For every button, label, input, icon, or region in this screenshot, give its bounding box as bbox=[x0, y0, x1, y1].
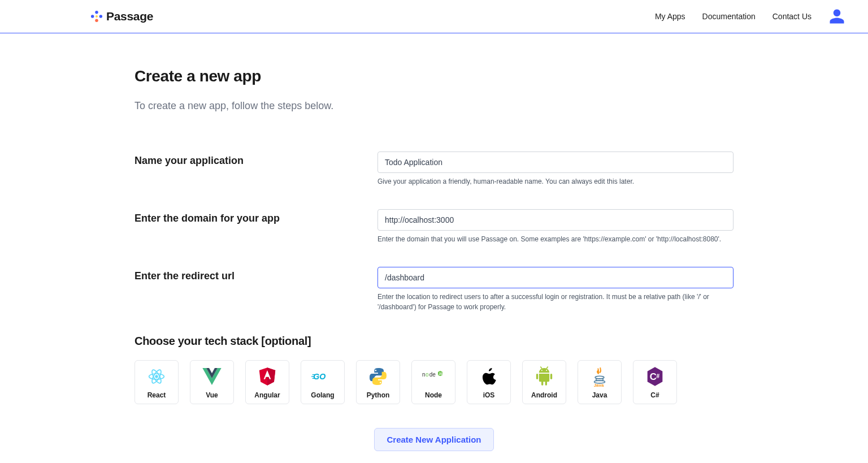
tech-csharp[interactable]: C # C# bbox=[633, 360, 677, 404]
tech-angular[interactable]: Angular bbox=[245, 360, 289, 404]
field-redirect: Enter the redirect url Enter the locatio… bbox=[134, 267, 734, 312]
csharp-icon: C # bbox=[644, 365, 666, 388]
tech-label: iOS bbox=[483, 391, 495, 399]
svg-rect-23 bbox=[536, 374, 538, 379]
tech-vue[interactable]: Vue bbox=[190, 360, 234, 404]
android-icon bbox=[533, 365, 555, 388]
svg-point-13 bbox=[375, 370, 377, 371]
tech-android[interactable]: Android bbox=[522, 360, 566, 404]
tech-label: Java bbox=[592, 391, 607, 399]
name-input[interactable] bbox=[377, 152, 734, 173]
svg-line-21 bbox=[540, 367, 542, 369]
tech-label: Golang bbox=[311, 391, 334, 399]
tech-java[interactable]: Java Java bbox=[578, 360, 622, 404]
redirect-label: Enter the redirect url bbox=[134, 267, 377, 282]
tech-label: React bbox=[147, 391, 166, 399]
page-title: Create a new app bbox=[134, 67, 734, 85]
nav-contact-us[interactable]: Contact Us bbox=[772, 12, 811, 21]
svg-text:GO: GO bbox=[313, 372, 326, 381]
tech-python[interactable]: Python bbox=[356, 360, 400, 404]
svg-rect-24 bbox=[550, 374, 552, 379]
svg-text:o: o bbox=[426, 371, 429, 378]
user-icon[interactable] bbox=[828, 8, 845, 25]
create-application-button[interactable]: Create New Application bbox=[374, 428, 494, 451]
svg-point-3 bbox=[95, 19, 98, 23]
domain-help: Enter the domain that you will use Passa… bbox=[377, 234, 734, 244]
tech-label: C# bbox=[650, 391, 659, 399]
tech-node[interactable]: n o de JS Node bbox=[411, 360, 455, 404]
svg-point-19 bbox=[541, 370, 542, 371]
svg-text:Java: Java bbox=[594, 383, 604, 387]
domain-label: Enter the domain for your app bbox=[134, 209, 377, 224]
svg-point-4 bbox=[96, 15, 98, 18]
golang-icon: GO bbox=[311, 365, 334, 388]
field-name: Name your application Give your applicat… bbox=[134, 152, 734, 187]
svg-text:C: C bbox=[650, 371, 657, 382]
tech-ios[interactable]: iOS bbox=[467, 360, 511, 404]
svg-text:n: n bbox=[422, 371, 426, 378]
angular-icon bbox=[256, 365, 279, 388]
tech-label: Vue bbox=[206, 391, 218, 399]
svg-text:de: de bbox=[429, 371, 436, 378]
svg-point-0 bbox=[95, 11, 98, 14]
nav-documentation[interactable]: Documentation bbox=[702, 12, 756, 21]
nav: My Apps Documentation Contact Us bbox=[655, 8, 845, 25]
svg-text:JS: JS bbox=[439, 372, 442, 375]
svg-point-5 bbox=[155, 375, 158, 378]
tech-label: Android bbox=[531, 391, 557, 399]
name-help: Give your application a friendly, human-… bbox=[377, 176, 734, 187]
name-label: Name your application bbox=[134, 152, 377, 167]
tech-golang[interactable]: GO Golang bbox=[301, 360, 345, 404]
svg-point-14 bbox=[380, 382, 381, 384]
svg-point-1 bbox=[91, 15, 94, 18]
svg-point-20 bbox=[546, 370, 547, 371]
redirect-input[interactable] bbox=[377, 267, 734, 288]
apple-icon bbox=[478, 365, 500, 388]
svg-text:#: # bbox=[657, 373, 660, 379]
redirect-help: Enter the location to redirect users to … bbox=[377, 292, 734, 312]
tech-label: Node bbox=[425, 391, 442, 399]
page-subtitle: To create a new app, follow the steps be… bbox=[134, 100, 734, 112]
main-content: Create a new app To create a new app, fo… bbox=[134, 33, 734, 463]
header: Passage My Apps Documentation Contact Us bbox=[0, 0, 868, 33]
react-icon bbox=[145, 365, 168, 388]
svg-point-2 bbox=[99, 15, 103, 18]
tech-grid: React Vue Angular bbox=[134, 360, 734, 404]
domain-input[interactable] bbox=[377, 209, 734, 231]
python-icon bbox=[367, 365, 389, 388]
tech-label: Python bbox=[367, 391, 390, 399]
tech-label: Angular bbox=[254, 391, 280, 399]
passage-logo-icon bbox=[90, 10, 103, 23]
logo[interactable]: Passage bbox=[90, 10, 153, 23]
svg-line-22 bbox=[546, 367, 548, 369]
field-domain: Enter the domain for your app Enter the … bbox=[134, 209, 734, 244]
tech-react[interactable]: React bbox=[134, 360, 179, 404]
vue-icon bbox=[201, 365, 223, 388]
nav-my-apps[interactable]: My Apps bbox=[655, 12, 685, 21]
java-icon: Java bbox=[588, 365, 611, 388]
brand-name: Passage bbox=[106, 10, 153, 23]
tech-stack-title: Choose your tech stack [optional] bbox=[134, 335, 734, 348]
node-icon: n o de JS bbox=[422, 365, 445, 388]
